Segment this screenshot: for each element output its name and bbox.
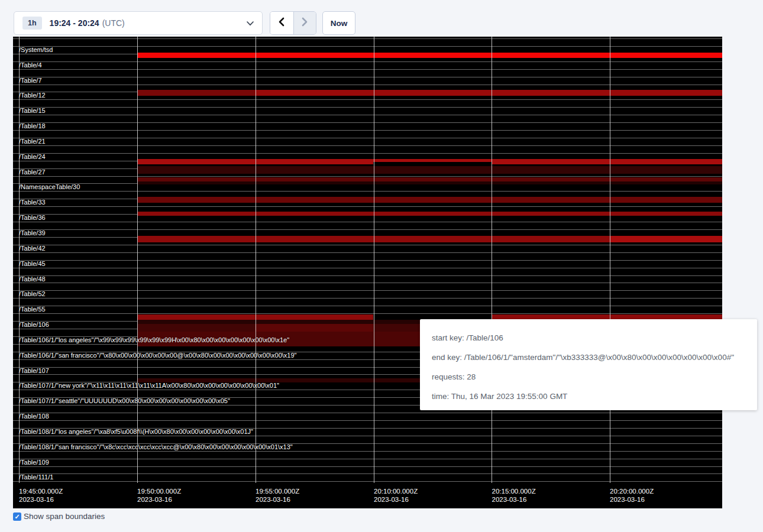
span-boundary-line <box>13 481 722 482</box>
x-axis-tick: 20:20:00.000Z2023-03-16 <box>610 487 654 504</box>
span-boundary-line <box>13 436 722 436</box>
span-boundary-line <box>13 46 722 47</box>
row-key-label: /Table/48 <box>19 276 46 283</box>
x-axis-time: 19:55:00.000Z <box>256 487 299 495</box>
heat-band <box>137 197 722 203</box>
span-boundary-line <box>13 191 722 192</box>
heat-band <box>137 320 420 324</box>
span-boundary-line <box>13 260 722 261</box>
show-span-boundaries-label: Show span boundaries <box>24 512 105 521</box>
row-key-label: /Table/4 <box>19 62 42 69</box>
chevron-left-icon <box>277 17 286 29</box>
heat-band <box>373 159 492 162</box>
row-key-label: /Table/108/1/"san francisco"/"\x8c\xcc\x… <box>19 444 293 450</box>
timezone-label: (UTC) <box>102 18 125 28</box>
span-boundary-line <box>13 298 722 299</box>
span-boundary-line <box>13 420 722 421</box>
row-key-label: /Table/106/1/"los angeles"/"\x99\x99\x99… <box>19 337 289 343</box>
span-boundary-line <box>13 313 722 314</box>
row-key-label: /Table/12 <box>19 92 46 99</box>
tooltip-start-key: start key: /Table/106 <box>432 332 757 344</box>
row-key-label: /Table/55 <box>19 306 46 313</box>
heat-band <box>137 212 722 216</box>
heat-band <box>137 53 722 58</box>
row-key-label: /Table/15 <box>19 108 46 114</box>
show-span-boundaries-checkbox[interactable]: ✓ <box>13 512 21 521</box>
span-boundary-line <box>13 466 722 467</box>
row-key-label: /Table/107 <box>19 368 49 374</box>
row-key-label: /Table/33 <box>19 199 46 206</box>
chevron-down-icon <box>247 18 254 28</box>
time-range-label: 19:24 - 20:24 <box>50 18 99 28</box>
x-axis-time: 20:15:00.000Z <box>492 487 536 495</box>
span-boundary-line <box>13 61 722 62</box>
time-gridline <box>610 37 610 483</box>
heat-band <box>137 90 255 96</box>
span-boundary-line <box>13 85 722 85</box>
x-axis-date: 2023-03-16 <box>610 495 654 504</box>
span-boundary-line <box>13 306 722 306</box>
span-boundary-line <box>13 290 722 291</box>
x-axis-date: 2023-03-16 <box>492 495 536 504</box>
heat-band <box>492 159 722 164</box>
span-boundary-line <box>13 69 722 70</box>
x-axis-time: 20:10:00.000Z <box>374 487 418 495</box>
tooltip-end-key: end key: /Table/106/1/"amsterdam"/"\xb33… <box>432 352 757 364</box>
heat-band <box>137 181 722 184</box>
heat-band <box>255 90 722 96</box>
x-axis-date: 2023-03-16 <box>19 495 63 504</box>
span-boundary-line <box>13 107 722 108</box>
row-key-label: /Table/27 <box>19 169 46 176</box>
x-axis-tick: 19:45:00.000Z2023-03-16 <box>19 487 63 504</box>
heat-band <box>137 177 722 181</box>
span-tooltip: start key: /Table/106 end key: /Table/10… <box>420 319 757 410</box>
time-gridline <box>374 37 374 483</box>
heat-band <box>137 166 722 174</box>
x-axis-time: 19:50:00.000Z <box>137 487 181 495</box>
span-boundary-line <box>13 268 722 268</box>
tooltip-requests: requests: 28 <box>432 371 757 383</box>
row-key-label: /Table/107/1/"new york"/"\x11\x11\x11\x1… <box>19 382 279 389</box>
row-key-label: /Table/45 <box>19 261 46 267</box>
span-boundary-line <box>13 275 722 276</box>
next-time-button[interactable] <box>293 12 316 34</box>
row-key-label: /Table/24 <box>19 154 46 160</box>
span-boundary-line <box>13 283 722 283</box>
row-key-label: /System/tsd <box>19 47 53 53</box>
span-boundary-line <box>13 38 722 39</box>
span-boundary-line <box>13 245 722 245</box>
row-key-label: /Table/21 <box>19 138 46 145</box>
span-boundary-line <box>13 77 722 77</box>
x-axis-tick: 20:15:00.000Z2023-03-16 <box>492 487 536 504</box>
prev-time-button[interactable] <box>270 12 293 34</box>
row-key-label: /Table/106/1/"san francisco"/"\x80\x00\x… <box>19 352 297 359</box>
row-key-label: /Table/107/1/"seattle"/"UUUUUUD\x00\x80\… <box>19 398 230 404</box>
keyvis-heatmap-canvas[interactable]: /System/tsd/Table/4/Table/7/Table/12/Tab… <box>13 37 722 508</box>
heat-band <box>255 324 373 332</box>
x-axis-tick: 19:55:00.000Z2023-03-16 <box>256 487 299 504</box>
row-key-label: /Table/108 <box>19 413 49 420</box>
row-key-label: /Table/111/1 <box>19 474 53 481</box>
heat-band <box>610 236 722 242</box>
x-axis-date: 2023-03-16 <box>256 495 299 504</box>
row-key-label: /Table/7 <box>19 77 42 84</box>
row-key-label: /Table/52 <box>19 291 46 297</box>
footer-controls: ✓ Show span boundaries <box>13 512 105 521</box>
time-gridline <box>256 37 256 483</box>
row-key-label: /Table/36 <box>19 215 46 221</box>
chevron-right-icon <box>300 17 309 29</box>
span-boundary-line <box>13 459 722 459</box>
time-range-selector[interactable]: 1h 19:24 - 20:24 (UTC) <box>14 11 263 35</box>
now-button[interactable]: Now <box>322 11 355 35</box>
time-nav-group <box>270 11 316 35</box>
row-key-label: /Table/106 <box>19 322 49 328</box>
span-boundary-line <box>13 130 722 131</box>
tooltip-time: time: Thu, 16 Mar 2023 19:55:00 GMT <box>432 391 757 403</box>
span-boundary-line <box>13 229 722 230</box>
span-boundary-line <box>13 145 722 146</box>
row-key-label: /Table/109 <box>19 459 49 466</box>
span-boundary-line <box>13 222 722 222</box>
row-key-label: /NamespaceTable/30 <box>19 184 80 190</box>
span-boundary-line <box>13 153 722 154</box>
span-boundary-line <box>13 451 722 452</box>
